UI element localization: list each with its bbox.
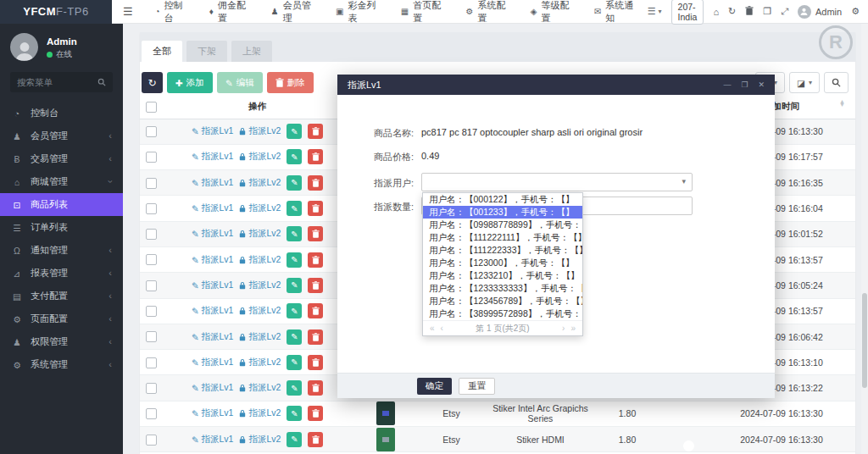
product-image[interactable] [376, 401, 395, 425]
modal-header[interactable]: 指派Lv1 — ❐ ✕ [337, 75, 775, 95]
search-button[interactable] [824, 72, 849, 93]
maximize-icon[interactable]: ❐ [741, 80, 748, 89]
refresh-icon[interactable]: ↻ [728, 6, 736, 17]
user-option[interactable]: 用户名：【001233】，手机号：【】 [423, 206, 582, 219]
assign-lv2-link[interactable]: 指派Lv2 [239, 331, 281, 343]
refresh-button[interactable]: ↻ [142, 72, 163, 93]
delete-row-button[interactable] [308, 355, 323, 370]
vertical-scrollbar[interactable] [861, 24, 868, 454]
assign-lv1-link[interactable]: ✎指派Lv1 [192, 228, 234, 240]
assign-lv1-link[interactable]: ✎指派Lv1 [192, 280, 234, 291]
user-option[interactable]: 用户名：【1233333333】，手机号：【】 [423, 282, 582, 295]
edit-row-button[interactable]: ✎ [287, 380, 302, 396]
assign-lv2-link[interactable]: 指派Lv2 [239, 228, 281, 240]
scrollbar-thumb[interactable] [862, 293, 867, 388]
row-checkbox[interactable] [146, 357, 157, 368]
product-image[interactable] [376, 428, 395, 451]
sidebar-item[interactable]: ♟ 会员管理 ‹ [0, 125, 123, 147]
user-option[interactable]: 用户名：【111222111】，手机号：【】 [423, 231, 582, 244]
row-checkbox[interactable] [146, 152, 157, 163]
delete-row-button[interactable] [308, 432, 323, 447]
sidebar-item[interactable]: ⚙ 页面配置 ‹ [0, 307, 123, 330]
minimize-icon[interactable]: — [723, 80, 731, 89]
user-option[interactable]: 用户名：【111222333】，手机号：【】 [423, 244, 582, 257]
edit-row-button[interactable]: ✎ [287, 201, 302, 216]
nav-menu-item[interactable]: ▦首页配置 [390, 0, 455, 24]
tab[interactable]: 下架 [186, 41, 227, 62]
edit-row-button[interactable]: ✎ [287, 432, 302, 447]
first-page-button[interactable]: « [430, 324, 435, 333]
sidebar-toggle-icon[interactable]: ☰ [112, 5, 144, 18]
assign-lv1-link[interactable]: ✎指派Lv1 [192, 177, 234, 189]
menu-search-input[interactable] [17, 77, 92, 87]
assign-lv2-link[interactable]: 指派Lv2 [239, 280, 281, 291]
nav-menu-item[interactable]: ✉系统通知 [583, 0, 648, 24]
assign-lv1-link[interactable]: ✎指派Lv1 [192, 407, 234, 419]
assign-lv2-link[interactable]: 指派Lv2 [239, 202, 281, 214]
assign-lv2-link[interactable]: 指派Lv2 [239, 177, 281, 189]
delete-row-button[interactable] [308, 303, 323, 318]
export-button[interactable]: ◪▾ [789, 72, 820, 93]
sidebar-item[interactable]: ◔ 控制台 [0, 102, 123, 125]
sidebar-item[interactable]: Ω 通知管理 ‹ [0, 239, 123, 262]
edit-row-button[interactable]: ✎ [287, 149, 302, 164]
region-selector[interactable]: 207-India [671, 0, 704, 25]
assign-lv1-link[interactable]: ✎指派Lv1 [192, 434, 234, 446]
trash-icon[interactable] [745, 6, 754, 17]
assign-lv2-link[interactable]: 指派Lv2 [239, 434, 281, 446]
delete-row-button[interactable] [308, 149, 323, 164]
row-checkbox[interactable] [146, 178, 157, 189]
nav-menu-item[interactable]: ♦佣金配置 [198, 0, 260, 24]
nav-menu-item[interactable]: ⚙系统配置 [454, 0, 519, 24]
sidebar-item[interactable]: ⊿ 报表管理 ‹ [0, 262, 123, 285]
row-checkbox[interactable] [146, 126, 157, 137]
next-page-button[interactable]: › [562, 324, 565, 333]
assign-lv2-link[interactable]: 指派Lv2 [239, 254, 281, 266]
assign-lv1-link[interactable]: ✎指派Lv1 [192, 331, 234, 343]
user-option[interactable]: 用户名：【000122】，手机号：【】 [423, 193, 582, 206]
sort-icon[interactable]: ▲▼ [839, 100, 845, 107]
row-checkbox[interactable] [146, 203, 157, 214]
assign-lv1-link[interactable]: ✎指派Lv1 [192, 357, 234, 368]
user-option[interactable]: 用户名：【09988778899】，手机号：【】 [423, 219, 582, 231]
nav-menu-item[interactable]: ▣彩金列表 [325, 0, 390, 24]
assign-lv2-link[interactable]: 指派Lv2 [239, 407, 281, 419]
nav-list-dropdown[interactable]: ☰▾ [648, 6, 662, 17]
edit-row-button[interactable]: ✎ [287, 124, 302, 139]
prev-page-button[interactable]: ‹ [441, 324, 443, 333]
edit-row-button[interactable]: ✎ [287, 406, 302, 421]
sidebar-item[interactable]: Ƀ 交易管理 ‹ [0, 147, 123, 170]
last-page-button[interactable]: » [570, 324, 576, 333]
edit-button[interactable]: ✎编辑 [217, 72, 263, 93]
tab[interactable]: 全部 [142, 41, 182, 62]
edit-row-button[interactable]: ✎ [287, 278, 302, 293]
nav-menu-item[interactable]: ♟会员管理 [260, 0, 325, 24]
home-icon[interactable]: ⌂ [713, 7, 719, 17]
delete-row-button[interactable] [308, 252, 323, 268]
edit-row-button[interactable]: ✎ [287, 355, 302, 370]
delete-row-button[interactable] [308, 329, 323, 345]
delete-row-button[interactable] [308, 226, 323, 241]
delete-row-button[interactable] [308, 406, 323, 421]
tab[interactable]: 上架 [231, 41, 272, 62]
delete-row-button[interactable] [308, 278, 323, 293]
row-checkbox[interactable] [146, 229, 157, 240]
assign-lv2-link[interactable]: 指派Lv2 [239, 125, 281, 137]
user-option[interactable]: 用户名：【123456789】，手机号：【】 [423, 295, 582, 307]
user-option[interactable]: 用户名：【38999572898】，手机号：【】 [423, 307, 582, 320]
row-checkbox[interactable] [146, 331, 157, 342]
assign-lv1-link[interactable]: ✎指派Lv1 [192, 382, 234, 394]
reset-button[interactable]: 重置 [459, 378, 495, 395]
settings-gears-icon[interactable]: ⚙ [851, 6, 860, 17]
assign-lv1-link[interactable]: ✎指派Lv1 [192, 202, 234, 214]
assign-lv2-link[interactable]: 指派Lv2 [239, 151, 281, 163]
edit-row-button[interactable]: ✎ [287, 175, 302, 191]
assign-lv2-link[interactable]: 指派Lv2 [239, 382, 281, 394]
edit-row-button[interactable]: ✎ [287, 252, 302, 268]
fullscreen-icon[interactable]: ⤢ [781, 6, 788, 17]
delete-row-button[interactable] [308, 124, 323, 139]
user-option[interactable]: 用户名：【123000】，手机号：【】 [423, 257, 582, 269]
close-icon[interactable]: ✕ [758, 80, 765, 89]
delete-row-button[interactable] [308, 175, 323, 191]
delete-button[interactable]: 删除 [267, 72, 314, 93]
